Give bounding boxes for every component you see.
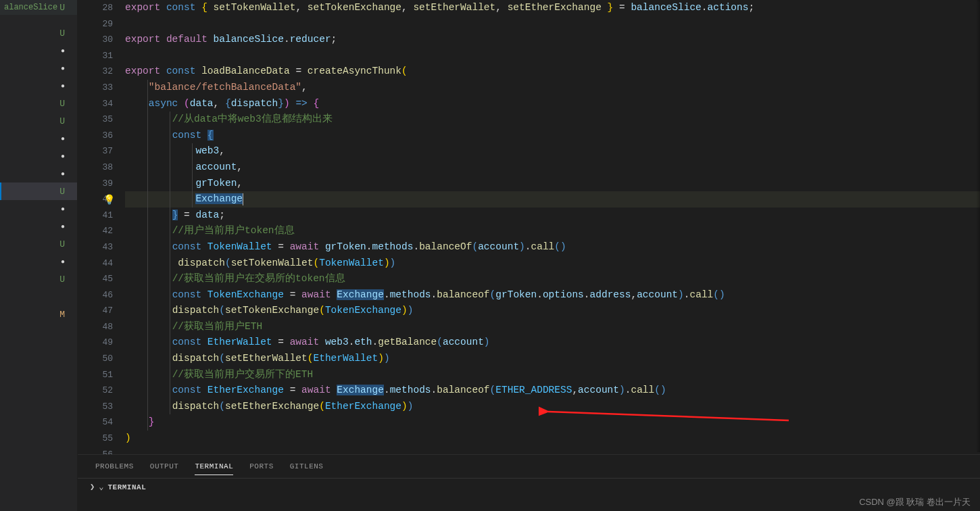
sidebar-file-item[interactable]: U <box>0 270 77 288</box>
chevron-right-icon[interactable]: ❯ <box>90 482 95 492</box>
git-badge: U <box>59 99 65 109</box>
sidebar-file-item[interactable]: ● <box>0 165 77 182</box>
code-line[interactable]: dispatch(setEtherWallet(EtherWallet)) <box>125 351 980 367</box>
sidebar-file-item[interactable]: U <box>0 112 77 130</box>
lightbulb-icon[interactable]: 💡 <box>103 193 115 209</box>
file-label: alanceSlice <box>1 3 57 12</box>
code-line[interactable]: //获取当前用户ETH <box>125 319 980 335</box>
sidebar-file-item[interactable]: ● <box>0 218 77 235</box>
modified-dot-icon: ● <box>61 65 65 72</box>
sidebar-file-item[interactable]: U <box>0 95 77 112</box>
panel-tab-gitlens[interactable]: GITLENS <box>290 458 324 474</box>
app-layout: alanceSlice U U●●●UU●●●U●●U●UM 282930313… <box>0 0 980 511</box>
code-line[interactable]: } = data; <box>125 208 980 224</box>
terminal-header: ❯ ⌄ TERMINAL <box>78 478 980 495</box>
code-line[interactable]: grToken, <box>125 176 980 192</box>
code-line[interactable]: const EtherWallet = await web3.eth.getBa… <box>125 335 980 351</box>
modified-dot-icon: ● <box>61 258 65 266</box>
code-line[interactable]: //用户当前用户token信息 <box>125 223 980 239</box>
code-line[interactable]: dispatch(setTokenExchange(TokenExchange)… <box>125 303 980 319</box>
sidebar-file-item[interactable]: M <box>0 306 77 323</box>
modified-dot-icon: ● <box>61 170 65 178</box>
sidebar-file-item[interactable]: ● <box>0 77 77 95</box>
modified-dot-icon: ● <box>61 205 65 213</box>
sidebar-file-item[interactable]: U <box>0 235 77 253</box>
explorer-sidebar: alanceSlice U U●●●UU●●●U●●U●UM <box>0 0 78 511</box>
git-badge: U <box>59 28 65 39</box>
code-line[interactable] <box>125 16 980 32</box>
panel-tab-ports[interactable]: PORTS <box>249 458 274 474</box>
panel-tab-terminal[interactable]: TERMINAL <box>195 458 233 475</box>
modified-dot-icon: ● <box>61 153 65 160</box>
sidebar-file-item[interactable]: ● <box>0 253 77 270</box>
chevron-down-icon[interactable]: ⌄ <box>99 482 103 492</box>
code-line[interactable] <box>125 48 980 64</box>
code-line[interactable]: async (data, {dispatch}) => { <box>125 96 980 112</box>
code-line[interactable]: const TokenExchange = await Exchange.met… <box>125 287 980 303</box>
terminal-title: TERMINAL <box>107 483 146 491</box>
code-line[interactable]: Exchange <box>125 191 980 208</box>
panel-tab-output[interactable]: OUTPUT <box>150 458 179 474</box>
code-line[interactable]: //获取当前用户在交易所的token信息 <box>125 271 980 287</box>
code-line[interactable]: export const loadBalanceData = createAsy… <box>125 64 980 80</box>
csdn-watermark: CSDN @跟 耿瑞 卷出一片天 <box>859 496 971 508</box>
code-line[interactable]: web3, <box>125 143 980 160</box>
panel-tabs: PROBLEMSOUTPUTTERMINALPORTSGITLENS <box>78 455 980 478</box>
code-editor[interactable]: 28293031323334353637383940💡4142434445464… <box>78 0 980 454</box>
code-line[interactable]: const EtherExchange = await Exchange.met… <box>125 383 980 399</box>
code-line[interactable]: export const { setTokenWallet, setTokenE… <box>125 0 980 16</box>
code-line[interactable]: account, <box>125 160 980 176</box>
git-badge: M <box>59 310 65 320</box>
code-line[interactable]: //从data中将web3信息都结构出来 <box>125 112 980 128</box>
sidebar-file-item[interactable]: ● <box>0 42 77 59</box>
code-line[interactable] <box>125 447 980 454</box>
git-badge: U <box>59 239 65 249</box>
git-badge: U <box>59 116 65 126</box>
git-badge: U <box>59 187 65 197</box>
code-line[interactable]: ) <box>125 431 980 447</box>
sidebar-file-item[interactable]: ● <box>0 130 77 147</box>
code-lines[interactable]: export const { setTokenWallet, setTokenE… <box>125 0 980 454</box>
editor-area: 28293031323334353637383940💡4142434445464… <box>78 0 980 511</box>
panel-tab-problems[interactable]: PROBLEMS <box>95 458 134 474</box>
modified-dot-icon: ● <box>61 47 65 55</box>
code-line[interactable]: export default balanceSlice.reducer; <box>125 32 980 48</box>
code-line[interactable]: dispatch(setEtherExchange(EtherExchange)… <box>125 399 980 415</box>
bottom-panel: PROBLEMSOUTPUTTERMINALPORTSGITLENS ❯ ⌄ T… <box>78 454 980 511</box>
sidebar-file-item[interactable]: ● <box>0 147 77 165</box>
modified-dot-icon: ● <box>61 82 65 90</box>
sidebar-file-item[interactable]: U <box>0 24 77 42</box>
code-line[interactable]: dispatch(setTokenWallet(TokenWallet)) <box>125 256 980 272</box>
sidebar-file-item[interactable] <box>0 288 77 306</box>
modified-dot-icon: ● <box>61 223 65 230</box>
modified-dot-icon: ● <box>61 135 65 143</box>
code-line[interactable]: "balance/fetchBalanceData", <box>125 80 980 96</box>
git-badge-u: U <box>59 3 65 13</box>
sidebar-file-item[interactable]: U <box>0 182 77 200</box>
sidebar-open-file[interactable]: alanceSlice U <box>0 0 77 15</box>
sidebar-file-item[interactable]: ● <box>0 59 77 77</box>
code-line[interactable]: } <box>125 414 980 431</box>
code-line[interactable]: const { <box>125 128 980 144</box>
sidebar-file-item[interactable]: ● <box>0 200 77 218</box>
line-gutter: 28293031323334353637383940💡4142434445464… <box>78 0 125 454</box>
git-badge: U <box>59 274 65 285</box>
code-line[interactable]: const TokenWallet = await grToken.method… <box>125 239 980 256</box>
code-line[interactable]: //获取当前用户交易所下的ETH <box>125 367 980 383</box>
